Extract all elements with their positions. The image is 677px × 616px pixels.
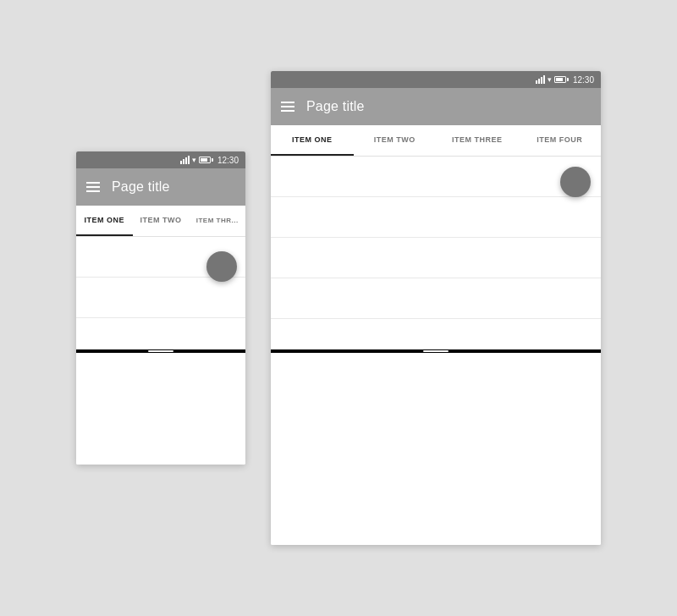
lower-content-large <box>271 353 601 546</box>
tab-item-one-small[interactable]: ITEM ONE <box>76 206 133 236</box>
battery-icon <box>199 157 213 163</box>
content-row <box>76 278 245 318</box>
tab-bar-large: ITEM ONE ITEM TWO ITEM THREE ITEM FOUR <box>271 125 601 157</box>
wifi-icon-large: ▾ <box>548 75 552 84</box>
tab-bar-small: ITEM ONE ITEM TWO ITEM THR... <box>76 206 245 237</box>
tab-item-three-large[interactable]: ITEM THREE <box>436 125 519 156</box>
status-icons-large: ▾ 12:30 <box>536 75 594 85</box>
tab-item-two-large[interactable]: ITEM TWO <box>354 125 437 156</box>
battery-icon-large <box>554 76 569 83</box>
phone-frame-small: ▾ 12:30 Page title ITEM ONE ITEM TWO ITE… <box>76 151 245 465</box>
content-row <box>271 238 601 278</box>
phone-frame-large: ▾ 12:30 Page title ITEM ONE ITEM TWO ITE… <box>271 71 601 545</box>
content-area-small <box>76 237 245 349</box>
tab-item-two-small[interactable]: ITEM TWO <box>133 206 190 236</box>
content-row <box>271 157 601 197</box>
signal-icon <box>180 156 190 164</box>
fab-large[interactable] <box>560 167 591 197</box>
content-rows-large <box>271 157 601 349</box>
signal-icon-large <box>536 75 545 84</box>
content-row <box>271 278 601 319</box>
fab-small[interactable] <box>206 251 237 282</box>
tab-item-four-large[interactable]: ITEM FOUR <box>519 125 602 156</box>
content-row <box>271 319 601 349</box>
status-time-large: 12:30 <box>573 75 594 85</box>
lower-content-small <box>76 353 245 465</box>
content-row <box>76 318 245 349</box>
app-bar-title-large: Page title <box>306 99 365 114</box>
status-time-small: 12:30 <box>217 156 239 165</box>
app-bar-large: Page title <box>271 88 601 125</box>
wifi-icon: ▾ <box>192 156 196 164</box>
content-row <box>271 197 601 238</box>
content-area-large <box>271 157 601 349</box>
app-bar-title-small: Page title <box>112 179 170 195</box>
hamburger-icon-large[interactable] <box>281 102 294 112</box>
hamburger-icon-small[interactable] <box>86 182 100 192</box>
bottom-bar-large <box>271 349 601 353</box>
bottom-bar-small <box>76 349 245 353</box>
status-bar-small: ▾ 12:30 <box>76 151 245 168</box>
app-bar-small: Page title <box>76 168 245 206</box>
tab-item-three-small[interactable]: ITEM THR... <box>189 206 245 236</box>
status-bar-large: ▾ 12:30 <box>271 71 601 88</box>
status-icons-small: ▾ 12:30 <box>180 156 239 165</box>
tab-item-one-large[interactable]: ITEM ONE <box>271 125 354 156</box>
